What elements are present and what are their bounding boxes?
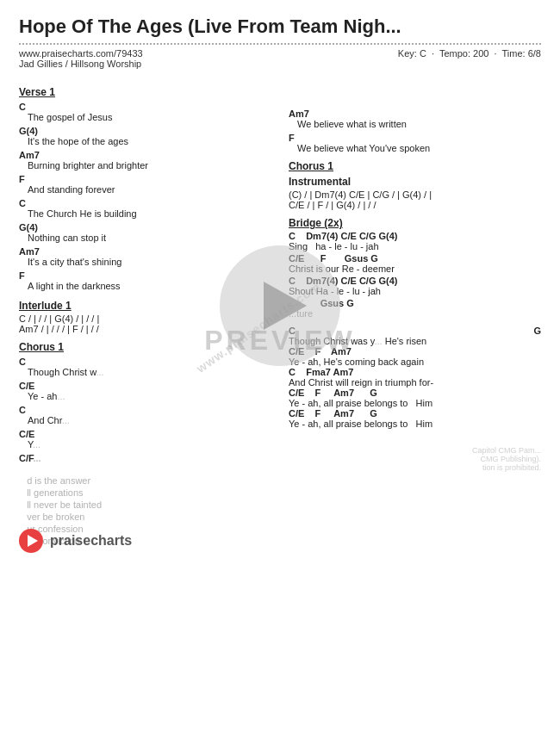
- r-chord-f: F: [289, 133, 541, 143]
- ch1-chord-ce2: C/E: [19, 429, 271, 439]
- instrumental-label: Instrumental: [289, 176, 541, 188]
- chord-am7-1: Am7: [19, 150, 271, 160]
- lyric-1: The gospel of Jesus: [19, 112, 271, 122]
- preview-label: PREVIEW: [204, 325, 356, 357]
- lower-line2: ll generations: [19, 487, 271, 498]
- tempo: Tempo: 200: [439, 48, 488, 59]
- ch2-lyric2: Ye - ah, He's coming back again: [289, 357, 541, 367]
- ch2-chord-row4: C/E F Am7 G: [289, 388, 541, 398]
- ch2-chord-row3: C Fma7 Am7: [289, 367, 541, 377]
- bridge-label: Bridge (2x): [289, 217, 541, 229]
- author: Jad Gillies / Hillsong Worship: [19, 59, 141, 69]
- key: Key: C: [398, 48, 426, 59]
- ch1-chord1: C: [19, 357, 271, 367]
- bridge-lyric1: Sing ha - le - lu - jah: [289, 241, 541, 251]
- ch1-lyric-ye1: Ye - ah...: [19, 391, 271, 401]
- r-lyric-am7: We believe what is written: [289, 119, 541, 129]
- ch1-lyric2: And Chr...: [19, 415, 271, 425]
- ch1-chord-ce1: C/E: [19, 381, 271, 391]
- chord-c1: C: [19, 102, 271, 112]
- verse1-label: Verse 1: [19, 86, 271, 98]
- chord-g4-1: G(4): [19, 126, 271, 136]
- meta-right: Key: C · Tempo: 200 · Time: 6/8: [398, 48, 541, 69]
- chord-am7-2: Am7: [19, 246, 271, 257]
- url: www.praisecharts.com/79433: [19, 48, 143, 59]
- meta-row: www.praisecharts.com/79433 Jad Gillies /…: [19, 48, 541, 69]
- lower-line3: ll never be tainted: [19, 499, 271, 510]
- bridge-chords1: C Dm7(4) C/E C/G G(4): [289, 231, 541, 241]
- lyric-3: Burning brighter and brighter: [19, 160, 271, 171]
- ch1-lyric3: Y...: [19, 439, 271, 450]
- lyric-2: It's the hope of the ages: [19, 136, 271, 146]
- play-triangle-icon: [264, 282, 307, 330]
- chord-f-1: F: [19, 174, 271, 184]
- meta-left: www.praisecharts.com/79433 Jad Gillies /…: [19, 48, 143, 69]
- verse1-block: C The gospel of Jesus G(4) It's the hope…: [19, 102, 271, 291]
- lower-line1: d is the answer: [19, 475, 271, 486]
- ch2-chord-row5: C/E F Am7 G: [289, 408, 541, 419]
- ch1-chord-cf: C/F...: [19, 453, 271, 463]
- copyright-text: Capitol CMG Pam...CMG Publishing).tion i…: [289, 446, 541, 472]
- ch1-chord-c2: C: [19, 405, 271, 415]
- chorus1-label-right: Chorus 1: [289, 160, 541, 172]
- ch2-lyric4: Ye - ah, all praise belongs to Him: [289, 398, 541, 408]
- lyric-6: Nothing can stop it: [19, 233, 271, 243]
- bridge-chords2: C/E F Gsus G: [289, 253, 541, 264]
- r-lyric-f: We believe what You've spoken: [289, 143, 541, 153]
- ch1-lyric1: Though Christ w...: [19, 367, 271, 377]
- instrumental-line2: C/E / | F / | G(4) / | / /: [289, 200, 541, 210]
- ch2-lyric3: And Christ will reign in triumph for-: [289, 377, 541, 388]
- instrumental-line1: (C) / | Dm7(4) C/E | C/G / | G(4) / |: [289, 189, 541, 200]
- page: Hope Of The Ages (Live From Team Nigh...…: [0, 0, 560, 563]
- am7-block: Am7 We believe what is written F We beli…: [289, 109, 541, 153]
- footer-play-icon: [28, 535, 38, 547]
- footer-logo: [19, 529, 43, 553]
- chord-c2: C: [19, 198, 271, 208]
- lyric-5: The Church He is building: [19, 208, 271, 219]
- lower-line4: ver be broken: [19, 512, 271, 522]
- chorus1-block-left: C Though Christ w... C/E Ye - ah... C An…: [19, 357, 271, 463]
- time-sig: Time: 6/8: [502, 48, 541, 59]
- footer-brand-name: praisecharts: [50, 533, 132, 549]
- song-title: Hope Of The Ages (Live From Team Nigh...: [19, 16, 541, 38]
- footer: praisecharts: [19, 529, 132, 553]
- chord-g4-2: G(4): [19, 222, 271, 233]
- lyric-4: And standing forever: [19, 184, 271, 195]
- r-chord-am7: Am7: [289, 109, 541, 119]
- ch2-lyric5: Ye - ah, all praise belongs to Him: [289, 419, 541, 429]
- title-separator: [19, 43, 541, 45]
